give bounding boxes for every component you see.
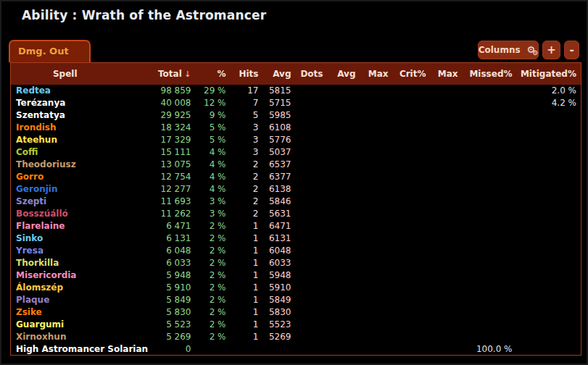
spell-source-name[interactable]: Szepti	[11, 196, 120, 208]
cell-max	[360, 122, 393, 134]
cell-max2	[431, 282, 463, 294]
table-row: Redtea98 85929 %1758152.0 %	[11, 85, 581, 97]
cell-avg: 6108	[263, 122, 296, 134]
column-header-missed[interactable]: Missed%	[463, 63, 517, 85]
table-row: Szentatya29 9259 %55985	[11, 109, 581, 122]
spell-source-name[interactable]: Zsike	[11, 306, 120, 319]
cell-dots	[296, 294, 328, 306]
column-header-crit[interactable]: Crit%	[393, 63, 431, 85]
cell-hits: 1	[231, 294, 263, 306]
cell-avg2	[328, 294, 360, 306]
table-row: Misericordia5 9482 %15948	[11, 269, 581, 282]
table-row: Theodoriusz13 0754 %26537	[11, 159, 581, 171]
spell-source-name[interactable]: Bosszúálló	[11, 208, 120, 220]
cell-max2	[431, 159, 463, 171]
add-column-button[interactable]: +	[542, 41, 560, 59]
cell-max	[360, 331, 393, 343]
cell-mitigated	[517, 306, 581, 319]
cell-missed	[463, 171, 517, 183]
column-header-max[interactable]: Max	[360, 63, 393, 85]
spell-source-name[interactable]: Misericordia	[11, 269, 120, 282]
column-header-dots[interactable]: Dots	[296, 63, 328, 85]
spell-source-name[interactable]: Sinko	[11, 232, 120, 245]
cell-max2	[431, 331, 463, 343]
columns-button[interactable]: Columns ⚙⚙	[478, 41, 539, 59]
cell-dots	[296, 109, 328, 122]
spell-source-name[interactable]: High Astromancer Solarian	[11, 343, 120, 356]
cell-mitigated	[517, 257, 581, 269]
spell-source-name[interactable]: Thorkilla	[11, 257, 120, 269]
column-header-mitigated[interactable]: Mitigated%	[517, 63, 581, 85]
cell-max	[360, 257, 393, 269]
cell-avg2	[328, 220, 360, 232]
cell-missed	[463, 319, 517, 331]
cell-max	[360, 134, 393, 146]
cell-missed	[463, 183, 517, 196]
column-header-max2[interactable]: Max	[431, 63, 463, 85]
cell-missed	[463, 294, 517, 306]
cell-avg: 5830	[263, 306, 296, 319]
spell-source-name[interactable]: Xirnoxhun	[11, 331, 120, 343]
spell-source-name[interactable]: Gorro	[11, 171, 120, 183]
cell-avg2	[328, 306, 360, 319]
cell-mitigated	[517, 294, 581, 306]
spell-source-name[interactable]: Guargumi	[11, 319, 120, 331]
cell-hits: 3	[231, 122, 263, 134]
cell-mitigated	[517, 232, 581, 245]
cell-avg: 5631	[263, 208, 296, 220]
tab-label: Dmg. Out	[18, 46, 69, 56]
cell-missed	[463, 159, 517, 171]
cell-crit	[393, 85, 431, 97]
spell-source-name[interactable]: Coffi	[11, 146, 120, 159]
cell-pct: 2 %	[196, 282, 231, 294]
column-header-total[interactable]: Total ↓	[120, 63, 196, 85]
cell-total: 40 008	[120, 97, 196, 109]
cell-mitigated: 2.0 %	[517, 85, 581, 97]
cell-hits: 2	[231, 208, 263, 220]
cell-dots	[296, 282, 328, 294]
spell-source-name[interactable]: Flarelaine	[11, 220, 120, 232]
column-header-hits[interactable]: Hits	[231, 63, 263, 85]
cell-pct: 4 %	[196, 171, 231, 183]
cell-hits: 1	[231, 319, 263, 331]
cell-total: 5 948	[120, 269, 196, 282]
cell-missed	[463, 196, 517, 208]
table-row: Szepti11 6933 %25846	[11, 196, 581, 208]
cell-mitigated	[517, 183, 581, 196]
damage-out-table: SpellTotal ↓%HitsAvgDotsAvgMaxCrit%MaxMi…	[10, 62, 581, 356]
remove-column-button[interactable]: -	[564, 41, 579, 59]
cell-pct: 3 %	[196, 196, 231, 208]
cell-dots	[296, 220, 328, 232]
spell-source-name[interactable]: Szentatya	[11, 109, 120, 122]
column-header-avg[interactable]: Avg	[263, 63, 296, 85]
spell-source-name[interactable]: Plaque	[11, 294, 120, 306]
cell-total: 5 269	[120, 331, 196, 343]
cell-crit	[393, 183, 431, 196]
cell-dots	[296, 331, 328, 343]
gears-icon: ⚙⚙	[527, 45, 539, 54]
spell-source-name[interactable]: Yresa	[11, 245, 120, 257]
cell-avg2	[328, 331, 360, 343]
spell-source-name[interactable]: Terézanya	[11, 97, 120, 109]
cell-crit	[393, 319, 431, 331]
spell-source-name[interactable]: Redtea	[11, 85, 120, 97]
toolbar-actions: Columns ⚙⚙ + -	[478, 41, 579, 62]
column-header-avg2[interactable]: Avg	[328, 63, 360, 85]
column-header-pct[interactable]: %	[196, 63, 231, 85]
spell-source-name[interactable]: Theodoriusz	[11, 159, 120, 171]
column-header-spell[interactable]: Spell	[11, 63, 120, 85]
cell-total: 5 830	[120, 306, 196, 319]
cell-pct: 2 %	[196, 232, 231, 245]
cell-total: 29 925	[120, 109, 196, 122]
spell-source-name[interactable]: Álomszép	[11, 282, 120, 294]
tab-dmg-out[interactable]: Dmg. Out	[9, 40, 91, 62]
table-row: Álomszép5 9102 %15910	[11, 282, 581, 294]
spell-source-name[interactable]: Geronjin	[11, 183, 120, 196]
spell-source-name[interactable]: Irondish	[11, 122, 120, 134]
cell-dots	[296, 232, 328, 245]
spell-source-name[interactable]: Ateehun	[11, 134, 120, 146]
cell-total: 12 754	[120, 171, 196, 183]
cell-dots	[296, 319, 328, 331]
cell-total: 11 693	[120, 196, 196, 208]
cell-total: 5 910	[120, 282, 196, 294]
